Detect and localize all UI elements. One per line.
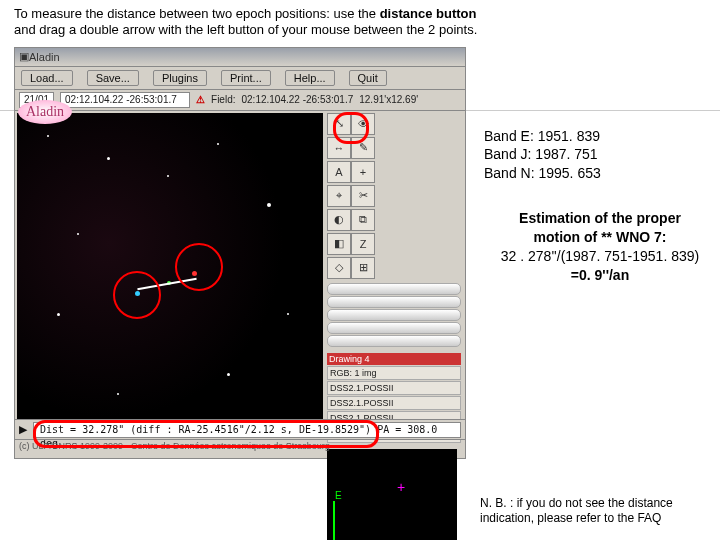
layer-slot-3[interactable] xyxy=(327,322,461,334)
quit-button[interactable]: Quit xyxy=(349,70,387,86)
instruction-block: To measure the distance between two epoc… xyxy=(0,0,720,43)
field-size: 12.91'x12.69' xyxy=(359,94,418,105)
layer-slot-4[interactable] xyxy=(327,335,461,347)
print-button[interactable]: Print... xyxy=(221,70,271,86)
est-l2: motion of ** WNO 7: xyxy=(534,229,667,245)
layer-slot-2[interactable] xyxy=(327,309,461,321)
highlight-distance-tool xyxy=(333,112,369,144)
panel-header: Drawing 4 xyxy=(327,353,461,365)
thumb-label: E xyxy=(335,490,342,501)
band-e: Band E: 1951. 839 xyxy=(484,127,716,146)
aladin-window: ▣ Aladin Load... Save... Plugins Print..… xyxy=(14,47,466,459)
thumbnail: + E xyxy=(327,449,457,541)
field-coords: 02:12.104.22 -26:53:01.7 xyxy=(241,94,353,105)
plugins-button[interactable]: Plugins xyxy=(153,70,207,86)
band-n: Band N: 1995. 653 xyxy=(484,164,716,183)
tool-icon-7[interactable]: ✂ xyxy=(351,185,375,207)
content-row: ▣ Aladin Load... Save... Plugins Print..… xyxy=(0,43,720,459)
estimation-result: =0. 9''/an xyxy=(484,266,716,285)
estimation-title: Estimation of the proper motion of ** WN… xyxy=(484,209,716,247)
layer-slot-0[interactable] xyxy=(327,283,461,295)
tool-icon-10[interactable]: ◧ xyxy=(327,233,351,255)
tool-icon-11[interactable]: Z xyxy=(351,233,375,255)
thumb-marker: + xyxy=(397,479,405,495)
tool-column: ⤡👁↔✎A+⌖✂◐⧉◧Z◇⊞ Drawing 4 RGB: 1 imgDSS2.… xyxy=(327,113,461,439)
titlebar: ▣ Aladin xyxy=(15,48,465,67)
tool-icon-9[interactable]: ⧉ xyxy=(351,209,375,231)
ptr-icon: ▶ xyxy=(19,423,27,436)
tool-icon-6[interactable]: ⌖ xyxy=(327,185,351,207)
highlight-statusbar xyxy=(33,420,379,448)
estimation-calc: 32 . 278''/(1987. 751-1951. 839) xyxy=(484,247,716,266)
tool-icon-4[interactable]: A xyxy=(327,161,351,183)
infobar: 21/01 02:12.104.22 -26:53:01.7 ⚠ Field: … xyxy=(15,90,465,111)
warn-icon: ⚠ xyxy=(196,94,205,105)
sky-image[interactable]: 1.67' xyxy=(17,113,323,439)
band-j: Band J: 1987. 751 xyxy=(484,145,716,164)
tool-icon-8[interactable]: ◐ xyxy=(327,209,351,231)
tool-icon-13[interactable]: ⊞ xyxy=(351,257,375,279)
panel-row-0[interactable]: RGB: 1 img xyxy=(327,366,461,380)
field-label: Field: xyxy=(211,94,235,105)
panel-row-1[interactable]: DSS2.1.POSSII xyxy=(327,381,461,395)
coord-box: 02:12.104.22 -26:53:01.7 xyxy=(60,92,190,108)
tool-icon-12[interactable]: ◇ xyxy=(327,257,351,279)
instr-line1b: distance button xyxy=(380,6,477,21)
load-button[interactable]: Load... xyxy=(21,70,73,86)
instr-line1a: To measure the distance between two epoc… xyxy=(14,6,380,21)
panel-row-2[interactable]: DSS2.1.POSSII xyxy=(327,396,461,410)
layer-slot-1[interactable] xyxy=(327,296,461,308)
window-icon: ▣ xyxy=(19,50,29,63)
tool-icon-5[interactable]: + xyxy=(351,161,375,183)
instr-line2: and drag a double arrow with the left bu… xyxy=(14,22,477,37)
orientation-axes xyxy=(333,501,385,541)
window-title: Aladin xyxy=(29,51,60,63)
toolbar: Load... Save... Plugins Print... Help...… xyxy=(15,67,465,90)
nb-note: N. B. : if you do not see the distance i… xyxy=(480,496,710,526)
save-button[interactable]: Save... xyxy=(87,70,139,86)
bands-block: Band E: 1951. 839 Band J: 1987. 751 Band… xyxy=(484,127,716,184)
red-circle-2 xyxy=(113,271,161,319)
help-button[interactable]: Help... xyxy=(285,70,335,86)
red-circle-1 xyxy=(175,243,223,291)
est-l1: Estimation of the proper xyxy=(519,210,681,226)
zoom-box: 21/01 xyxy=(19,92,54,108)
right-column: Band E: 1951. 839 Band J: 1987. 751 Band… xyxy=(466,47,720,285)
layer-stack xyxy=(327,283,461,347)
workarea: 1.67' ⤡👁↔✎A+⌖✂◐⧉◧Z◇⊞ Drawing 4 RGB: 1 im… xyxy=(15,111,465,441)
